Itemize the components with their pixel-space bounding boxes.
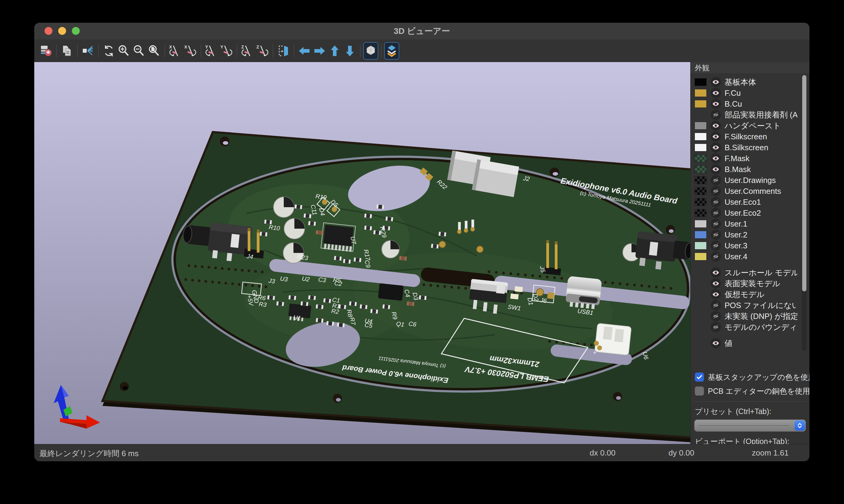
visibility-eye-icon[interactable] — [711, 131, 721, 142]
visibility-eye-off-icon[interactable] — [711, 175, 721, 185]
zoom-readout: zoom 1.61 — [752, 448, 789, 458]
3d-viewport[interactable]: Exidiophone v6.0 Audio Board (c) Tomoya … — [34, 62, 691, 444]
pan-left-button[interactable] — [297, 42, 312, 60]
layer-label: 未実装 (DNP) が指定さ — [725, 311, 797, 322]
inductor — [378, 283, 404, 301]
visibility-eye-icon[interactable] — [711, 164, 721, 175]
zoom-out-button[interactable] — [132, 42, 147, 60]
layer-color-swatch[interactable] — [694, 165, 707, 173]
layer-color-swatch[interactable] — [694, 209, 707, 217]
visibility-eye-off-icon[interactable] — [711, 322, 721, 332]
layer-row: 値 — [691, 338, 797, 348]
rotate-x-clockwise-button[interactable]: X — [168, 42, 183, 60]
visibility-eye-off-icon[interactable] — [711, 311, 721, 321]
layer-row: User.Eco1 — [691, 197, 797, 208]
layer-color-swatch[interactable] — [694, 133, 707, 141]
export-current-view-button[interactable] — [59, 42, 74, 60]
zoom-in-button[interactable] — [116, 42, 132, 60]
preset-select[interactable] — [694, 419, 806, 432]
preset-select-chevrons-icon[interactable] — [795, 420, 805, 431]
layer-color-swatch[interactable] — [694, 253, 707, 260]
visibility-eye-off-icon[interactable] — [711, 300, 721, 310]
visibility-eye-icon[interactable] — [711, 153, 721, 164]
reload-board-button[interactable] — [38, 42, 54, 60]
visibility-eye-off-icon[interactable] — [711, 208, 721, 218]
pan-down-button[interactable] — [342, 42, 358, 60]
visibility-eye-off-icon[interactable] — [711, 251, 721, 262]
component-reference-label: C3 — [318, 276, 326, 284]
layer-color-swatch[interactable] — [694, 89, 707, 97]
layer-row: ハンダペースト — [691, 120, 797, 131]
layer-label: F.Cu — [725, 88, 741, 98]
flip-board-button[interactable] — [276, 42, 291, 60]
rotate-x-counterclockwise-button[interactable]: X — [183, 42, 198, 60]
visibility-eye-off-icon[interactable] — [711, 197, 721, 207]
rotate-z-counterclockwise-button[interactable]: Z — [255, 42, 270, 60]
layer-color-swatch[interactable] — [694, 144, 707, 151]
visibility-eye-icon[interactable] — [711, 88, 721, 98]
visibility-eye-icon[interactable] — [711, 142, 721, 152]
divider — [694, 401, 806, 402]
checkbox-unchecked[interactable] — [695, 386, 704, 396]
layer-color-swatch[interactable] — [694, 198, 707, 206]
visibility-eye-off-icon[interactable] — [711, 110, 721, 120]
render-options-button[interactable] — [80, 42, 96, 60]
scrollbar-thumb[interactable] — [802, 75, 806, 291]
appearance-manager-button[interactable] — [384, 42, 399, 60]
svg-text:Y: Y — [205, 44, 208, 49]
layer-color-swatch[interactable] — [694, 242, 707, 250]
layer-label: 仮想モデル — [725, 289, 764, 300]
layer-color-swatch[interactable] — [694, 187, 707, 195]
toolbar-separator — [77, 44, 77, 57]
visibility-eye-icon[interactable] — [711, 278, 721, 289]
layer-color-swatch[interactable] — [694, 231, 707, 239]
visibility-eye-off-icon[interactable] — [711, 219, 721, 229]
zoom-to-fit-button[interactable] — [147, 42, 162, 60]
rotate-z-clockwise-button[interactable]: Z — [240, 42, 255, 60]
visibility-eye-off-icon[interactable] — [711, 240, 721, 251]
option-label: PCB エディターの銅色を使用 — [708, 386, 809, 396]
rotate-y-clockwise-button[interactable]: Y — [204, 42, 219, 60]
connector-u6 — [593, 323, 631, 355]
visibility-eye-icon[interactable] — [711, 267, 721, 278]
toolbar-separator — [381, 44, 381, 57]
layer-row: F.Mask — [691, 153, 797, 164]
rotate-y-counterclockwise-button[interactable]: Y — [219, 42, 234, 60]
dx-readout: dx 0.00 — [590, 448, 616, 458]
layer-label: User.Eco1 — [725, 197, 761, 207]
visibility-eye-off-icon[interactable] — [711, 230, 721, 240]
layer-row: モデルのバウンディング — [691, 322, 797, 332]
layer-color-swatch[interactable] — [694, 220, 707, 228]
visibility-eye-icon[interactable] — [711, 99, 721, 109]
appearance-panel-title: 外観 — [691, 62, 809, 74]
checkbox-checked[interactable] — [695, 373, 704, 382]
titlebar: 3D ビューアー — [34, 23, 809, 40]
option-label: 基板スタックアップの色を使用 — [708, 372, 809, 382]
pan-up-button[interactable] — [327, 42, 342, 60]
redraw-button[interactable] — [101, 42, 116, 60]
svg-text:Z: Z — [241, 44, 244, 49]
layer-label: User.3 — [725, 241, 747, 251]
layer-visibility-list: 基板本体F.CuB.Cu部品実装用接着剤 (AdhハンダペーストF.Silksc… — [691, 74, 797, 391]
layer-label: B.Cu — [725, 100, 742, 109]
visibility-eye-icon[interactable] — [711, 338, 721, 348]
visibility-eye-icon[interactable] — [711, 77, 721, 87]
toolbar-separator — [56, 44, 57, 57]
layer-row: B.Silkscreen — [691, 142, 797, 153]
sidebar-scrollbar[interactable] — [802, 75, 807, 351]
visibility-eye-icon[interactable] — [711, 289, 721, 300]
layer-color-swatch[interactable] — [694, 155, 707, 162]
pan-right-button[interactable] — [312, 42, 327, 60]
dy-readout: dy 0.00 — [669, 448, 694, 458]
layer-color-swatch[interactable] — [694, 122, 707, 130]
orthographic-projection-button[interactable] — [363, 42, 378, 60]
visibility-eye-off-icon[interactable] — [711, 186, 721, 196]
layer-color-swatch[interactable] — [694, 78, 707, 86]
layer-label: User.1 — [725, 219, 747, 229]
layer-label: User.Comments — [725, 186, 781, 196]
layer-color-swatch[interactable] — [694, 100, 707, 108]
layer-color-swatch[interactable] — [694, 176, 707, 184]
component-reference-label: C2 — [334, 280, 342, 287]
visibility-eye-icon[interactable] — [711, 121, 721, 131]
appearance-panel: 外観 基板本体F.CuB.Cu部品実装用接着剤 (AdhハンダペーストF.Sil… — [690, 62, 809, 444]
